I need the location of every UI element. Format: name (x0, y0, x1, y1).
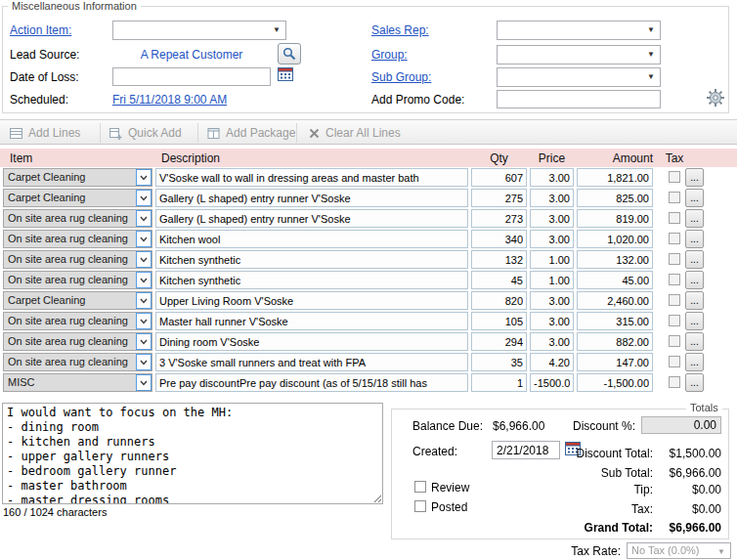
description-input[interactable] (155, 271, 468, 289)
clear-all-lines-button[interactable]: Clear All Lines (309, 124, 401, 142)
tax-checkbox[interactable] (669, 192, 680, 203)
description-input[interactable] (155, 189, 468, 207)
item-select[interactable]: Carpet Cleaning (3, 168, 152, 187)
row-options-button[interactable]: ... (685, 250, 704, 269)
quick-add-button[interactable]: Quick Add (109, 124, 182, 142)
price-input[interactable] (530, 250, 574, 269)
row-options-button[interactable]: ... (685, 353, 704, 371)
lead-source-search-button[interactable] (278, 43, 301, 65)
add-package-button[interactable]: Add Package (207, 124, 295, 142)
row-options-button[interactable]: ... (685, 209, 704, 228)
description-input[interactable] (155, 168, 468, 187)
tax-checkbox[interactable] (669, 356, 680, 367)
item-select[interactable]: Carpet Cleaning (3, 189, 152, 207)
qty-input[interactable] (471, 230, 527, 248)
item-select[interactable]: MISC (3, 373, 152, 392)
tax-checkbox[interactable] (669, 253, 680, 265)
qty-input[interactable] (471, 189, 527, 207)
qty-input[interactable] (471, 353, 527, 371)
chevron-down-icon[interactable] (136, 292, 152, 309)
action-item-select[interactable]: ▼ (112, 21, 286, 40)
chevron-down-icon[interactable] (136, 210, 152, 227)
sales-rep-link[interactable]: Sales Rep: (371, 23, 429, 37)
item-select[interactable]: On site area rug cleaning (3, 312, 152, 330)
item-select[interactable]: On site area rug cleaning (3, 271, 152, 289)
chevron-down-icon[interactable] (136, 272, 152, 288)
row-options-button[interactable]: ... (685, 373, 704, 392)
price-input[interactable] (530, 312, 574, 330)
tax-checkbox[interactable] (669, 212, 680, 224)
tax-checkbox[interactable] (669, 376, 680, 388)
tax-checkbox[interactable] (669, 315, 680, 326)
amount-input[interactable] (577, 271, 653, 289)
price-input[interactable] (530, 230, 574, 248)
item-select[interactable]: On site area rug cleaning (3, 353, 152, 371)
add-lines-button[interactable]: Add Lines (10, 124, 80, 142)
chevron-down-icon[interactable] (136, 231, 152, 247)
sub-group-select[interactable]: ▼ (497, 67, 661, 87)
scheduled-link[interactable]: Fri 5/11/2018 9:00 AM (112, 93, 227, 107)
chevron-down-icon[interactable] (136, 354, 152, 370)
price-input[interactable] (530, 271, 574, 289)
price-input[interactable] (530, 291, 574, 310)
row-options-button[interactable]: ... (685, 312, 704, 330)
amount-input[interactable] (577, 168, 653, 187)
row-options-button[interactable]: ... (685, 168, 704, 187)
chevron-down-icon[interactable] (136, 374, 152, 391)
date-of-loss-input[interactable] (112, 67, 271, 86)
qty-input[interactable] (471, 291, 527, 310)
amount-input[interactable] (577, 312, 653, 330)
price-input[interactable] (530, 373, 574, 392)
qty-input[interactable] (471, 332, 527, 351)
date-of-loss-calendar-button[interactable] (278, 66, 293, 84)
posted-checkbox[interactable] (414, 500, 426, 512)
amount-input[interactable] (577, 291, 653, 310)
sub-group-link[interactable]: Sub Group: (371, 70, 431, 84)
action-item-link[interactable]: Action Item: (10, 23, 71, 37)
item-select[interactable]: On site area rug cleaning (3, 209, 152, 228)
tax-checkbox[interactable] (669, 294, 680, 306)
amount-input[interactable] (577, 373, 653, 392)
chevron-down-icon[interactable] (136, 169, 152, 186)
group-select[interactable]: ▼ (497, 45, 661, 65)
row-options-button[interactable]: ... (685, 332, 704, 351)
tax-checkbox[interactable] (669, 335, 680, 347)
amount-input[interactable] (577, 353, 653, 371)
promo-gear-button[interactable] (706, 88, 725, 110)
tax-checkbox[interactable] (669, 233, 680, 244)
price-input[interactable] (530, 332, 574, 351)
row-options-button[interactable]: ... (685, 230, 704, 248)
qty-input[interactable] (471, 373, 527, 392)
promo-code-input[interactable] (497, 90, 661, 108)
item-select[interactable]: On site area rug cleaning (3, 250, 152, 269)
chevron-down-icon[interactable] (136, 313, 152, 329)
price-input[interactable] (530, 189, 574, 207)
price-input[interactable] (530, 209, 574, 228)
qty-input[interactable] (471, 209, 527, 228)
description-input[interactable] (155, 291, 468, 310)
amount-input[interactable] (577, 332, 653, 351)
amount-input[interactable] (577, 230, 653, 248)
group-link[interactable]: Group: (371, 48, 408, 62)
price-input[interactable] (530, 168, 574, 187)
chevron-down-icon[interactable] (136, 190, 152, 206)
tax-rate-select[interactable]: No Tax (0.0%) ▼ (627, 542, 731, 559)
description-input[interactable] (155, 250, 468, 269)
description-input[interactable] (155, 353, 468, 371)
tax-checkbox[interactable] (669, 274, 680, 285)
description-input[interactable] (155, 230, 468, 248)
item-select[interactable]: Carpet Cleaning (3, 291, 152, 310)
qty-input[interactable] (471, 168, 527, 187)
description-input[interactable] (155, 209, 468, 228)
notes-textarea[interactable] (2, 403, 383, 504)
qty-input[interactable] (471, 271, 527, 289)
amount-input[interactable] (577, 189, 653, 207)
chevron-down-icon[interactable] (136, 333, 152, 350)
discount-pct-input[interactable] (641, 416, 721, 434)
qty-input[interactable] (471, 250, 527, 269)
review-checkbox[interactable] (414, 481, 426, 493)
description-input[interactable] (155, 373, 468, 392)
price-input[interactable] (530, 353, 574, 371)
row-options-button[interactable]: ... (685, 189, 704, 207)
qty-input[interactable] (471, 312, 527, 330)
